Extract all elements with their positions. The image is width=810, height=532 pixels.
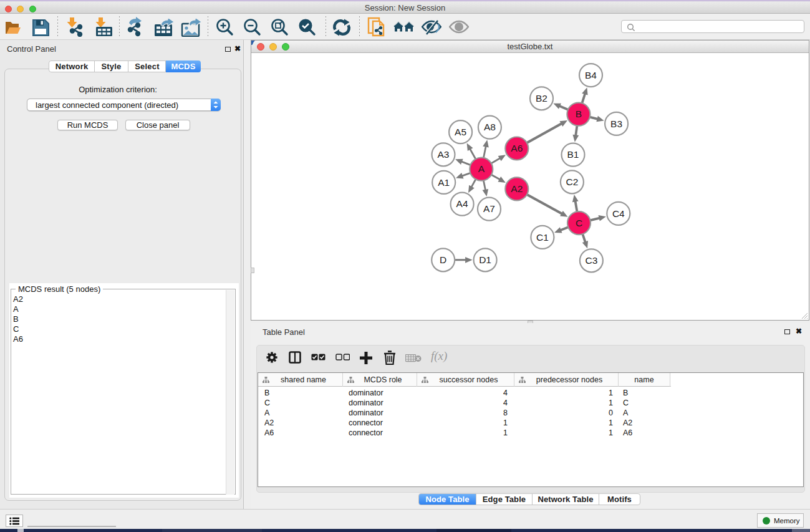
svg-text:C4: C4 <box>612 208 625 219</box>
svg-text:A5: A5 <box>455 127 466 137</box>
svg-text:B4: B4 <box>585 70 597 80</box>
svg-text:A1: A1 <box>438 177 450 188</box>
svg-text:A2: A2 <box>511 183 523 194</box>
svg-text:A3: A3 <box>438 149 450 160</box>
svg-text:C3: C3 <box>585 255 597 266</box>
svg-text:A: A <box>478 163 485 174</box>
svg-text:B1: B1 <box>567 149 579 160</box>
svg-text:B2: B2 <box>536 93 547 104</box>
svg-text:C: C <box>576 218 582 228</box>
svg-text:D1: D1 <box>479 254 491 265</box>
svg-text:A6: A6 <box>511 143 523 153</box>
svg-text:A4: A4 <box>456 198 468 209</box>
svg-text:B3: B3 <box>610 118 622 129</box>
svg-text:B: B <box>576 109 582 119</box>
svg-text:C1: C1 <box>536 232 549 243</box>
svg-text:A7: A7 <box>483 203 495 214</box>
svg-text:A8: A8 <box>484 122 496 132</box>
svg-text:D: D <box>440 254 446 265</box>
svg-text:C2: C2 <box>566 177 578 187</box>
